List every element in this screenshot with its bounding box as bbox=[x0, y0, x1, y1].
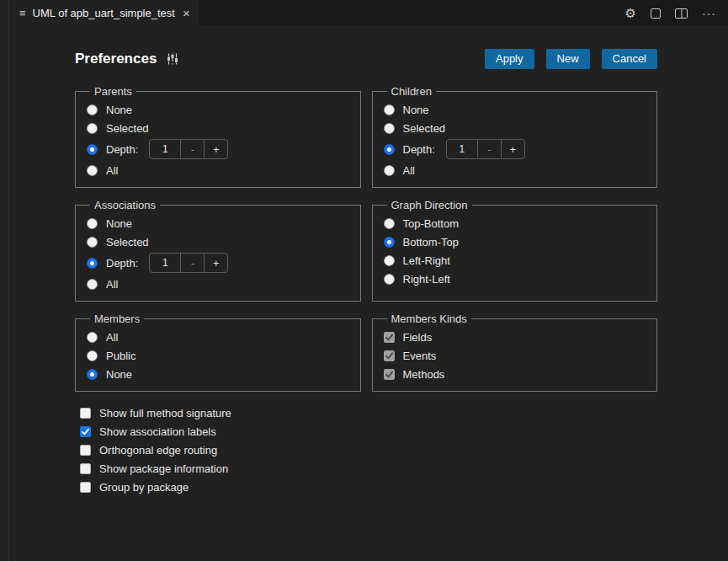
page-title: Preferences bbox=[75, 51, 179, 67]
radio-icon[interactable] bbox=[87, 350, 98, 361]
group-members-kinds: Members KindsFieldsEventsMethods bbox=[372, 313, 658, 392]
radio-option-depth[interactable]: Depth:1-+ bbox=[87, 251, 350, 275]
checkbox-option-show-package-information[interactable]: Show package information bbox=[80, 459, 728, 478]
group-associations: AssociationsNoneSelectedDepth:1-+All bbox=[75, 199, 361, 302]
radio-option-all[interactable]: All bbox=[87, 328, 350, 346]
decrement-button[interactable]: - bbox=[180, 254, 204, 272]
radio-option-none[interactable]: None bbox=[87, 365, 350, 383]
radio-icon[interactable] bbox=[384, 165, 395, 176]
gear-icon[interactable]: ⚙ bbox=[625, 7, 636, 19]
group-legend-parents: Parents bbox=[90, 85, 136, 98]
option-label: Left-Right bbox=[403, 254, 450, 267]
option-label: Group by package bbox=[99, 481, 189, 494]
depth-value[interactable]: 1 bbox=[150, 254, 180, 272]
radio-icon[interactable] bbox=[87, 279, 98, 290]
option-label: Bottom-Top bbox=[403, 236, 459, 248]
group-legend-children: Children bbox=[387, 85, 436, 98]
option-label: None bbox=[106, 217, 132, 230]
radio-icon[interactable] bbox=[384, 255, 395, 266]
option-label: Depth: bbox=[106, 257, 138, 270]
option-label: Events bbox=[403, 350, 437, 362]
option-label: Show package information bbox=[99, 462, 228, 475]
radio-icon[interactable] bbox=[87, 237, 98, 248]
flag-list: Show full method signatureShow associati… bbox=[80, 403, 728, 496]
radio-option-public[interactable]: Public bbox=[87, 346, 350, 365]
group-legend-members: Members bbox=[90, 313, 144, 325]
checkbox-option-methods[interactable]: Methods bbox=[384, 365, 647, 383]
radio-option-selected[interactable]: Selected bbox=[87, 119, 350, 137]
increment-button[interactable]: + bbox=[204, 254, 227, 272]
radio-dot bbox=[90, 261, 94, 265]
preference-groups: ParentsNoneSelectedDepth:1-+AllChildrenN… bbox=[75, 85, 657, 392]
group-parents: ParentsNoneSelectedDepth:1-+All bbox=[75, 85, 361, 188]
radio-icon[interactable] bbox=[87, 218, 98, 229]
radio-option-none[interactable]: None bbox=[87, 100, 350, 119]
radio-dot bbox=[90, 147, 94, 152]
checkbox-icon[interactable] bbox=[80, 463, 91, 474]
option-label: Show association labels bbox=[99, 425, 216, 438]
checkbox-icon[interactable] bbox=[80, 445, 91, 456]
depth-value[interactable]: 1 bbox=[447, 140, 477, 158]
group-legend-members-kinds: Members Kinds bbox=[387, 313, 471, 325]
radio-option-depth[interactable]: Depth:1-+ bbox=[87, 137, 350, 161]
checkbox-option-group-by-package[interactable]: Group by package bbox=[80, 478, 728, 496]
radio-icon[interactable] bbox=[87, 332, 98, 343]
tab-uml-preferences[interactable]: ≡ UML of apb_uart_simple_test × bbox=[9, 0, 199, 26]
group-graph-direction: Graph DirectionTop-BottomBottom-TopLeft-… bbox=[372, 199, 658, 302]
depth-spinner[interactable]: 1-+ bbox=[446, 139, 525, 159]
cancel-button[interactable]: Cancel bbox=[602, 49, 657, 69]
close-icon[interactable]: × bbox=[183, 7, 190, 19]
radio-icon[interactable] bbox=[384, 274, 395, 285]
radio-option-top-bottom[interactable]: Top-Bottom bbox=[384, 214, 647, 232]
checkbox-icon[interactable] bbox=[80, 482, 91, 493]
radio-option-all[interactable]: All bbox=[87, 161, 350, 179]
preferences-panel: Preferences Apply New Cancel bbox=[9, 26, 728, 561]
checkbox-option-orthogonal-edge-routing[interactable]: Orthogonal edge routing bbox=[80, 441, 728, 459]
radio-icon[interactable] bbox=[384, 237, 395, 248]
increment-button[interactable]: + bbox=[501, 140, 524, 158]
checkbox-option-fields[interactable]: Fields bbox=[384, 328, 647, 346]
checkbox-icon bbox=[384, 369, 395, 380]
tune-icon bbox=[166, 52, 179, 66]
radio-option-depth[interactable]: Depth:1-+ bbox=[384, 137, 647, 161]
increment-button[interactable]: + bbox=[204, 140, 227, 158]
depth-spinner[interactable]: 1-+ bbox=[149, 139, 228, 159]
radio-option-bottom-top[interactable]: Bottom-Top bbox=[384, 232, 647, 251]
radio-option-none[interactable]: None bbox=[87, 214, 350, 232]
radio-icon[interactable] bbox=[384, 104, 395, 115]
radio-icon[interactable] bbox=[87, 144, 98, 155]
radio-option-all[interactable]: All bbox=[384, 161, 647, 179]
option-label: Selected bbox=[106, 236, 149, 248]
radio-icon[interactable] bbox=[87, 369, 98, 380]
decrement-button[interactable]: - bbox=[477, 140, 501, 158]
decrement-button[interactable]: - bbox=[180, 140, 204, 158]
radio-icon[interactable] bbox=[87, 104, 98, 115]
split-editor-icon[interactable] bbox=[675, 8, 688, 19]
option-label: All bbox=[403, 164, 415, 177]
more-actions-icon[interactable]: ··· bbox=[702, 8, 716, 19]
apply-button[interactable]: Apply bbox=[485, 49, 534, 69]
checkbox-icon[interactable] bbox=[80, 426, 91, 437]
checkbox-option-show-full-method-signature[interactable]: Show full method signature bbox=[80, 403, 728, 422]
radio-icon[interactable] bbox=[87, 165, 98, 176]
open-preview-icon[interactable] bbox=[651, 8, 661, 19]
radio-icon[interactable] bbox=[87, 123, 98, 134]
radio-option-selected[interactable]: Selected bbox=[87, 232, 350, 251]
radio-option-none[interactable]: None bbox=[384, 100, 647, 119]
radio-icon[interactable] bbox=[384, 218, 395, 229]
option-label: None bbox=[106, 104, 132, 116]
radio-icon[interactable] bbox=[384, 144, 395, 155]
radio-icon[interactable] bbox=[87, 258, 98, 269]
radio-option-all[interactable]: All bbox=[87, 275, 350, 293]
new-button[interactable]: New bbox=[546, 49, 590, 69]
radio-option-selected[interactable]: Selected bbox=[384, 119, 647, 137]
depth-spinner[interactable]: 1-+ bbox=[149, 253, 228, 273]
option-label: Top-Bottom bbox=[403, 217, 459, 230]
radio-option-right-left[interactable]: Right-Left bbox=[384, 270, 647, 288]
depth-value[interactable]: 1 bbox=[150, 140, 180, 158]
checkbox-icon[interactable] bbox=[80, 408, 91, 419]
radio-icon[interactable] bbox=[384, 123, 395, 134]
checkbox-option-show-association-labels[interactable]: Show association labels bbox=[80, 422, 728, 441]
checkbox-option-events[interactable]: Events bbox=[384, 346, 647, 365]
radio-option-left-right[interactable]: Left-Right bbox=[384, 251, 647, 270]
